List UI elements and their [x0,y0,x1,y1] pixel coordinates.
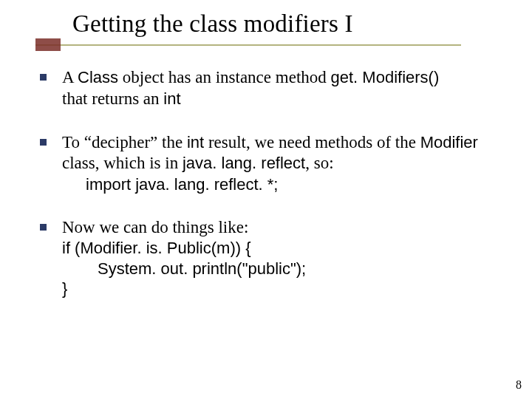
bullet-item-1: A Class object has an instance method ge… [35,67,497,110]
code-span: java. lang. reflect [183,154,305,172]
text: class, which is in [62,154,183,172]
bullet-item-3: Now we can do things like: if (Modifier.… [35,217,497,299]
page-number: 8 [516,378,522,392]
code-line: System. out. println("public"); [62,259,497,279]
text: , so: [305,154,333,172]
code-line: if (Modifier. is. Public(m)) { [62,238,497,259]
title-accent-box [35,38,61,51]
text: To “decipher” the [62,133,187,151]
slide: Getting the class modifiers I A Class ob… [0,0,532,399]
slide-title: Getting the class modifiers I [72,10,497,38]
code-block: if (Modifier. is. Public(m)) { System. o… [62,238,497,299]
text: object has an instance method [118,68,330,86]
code-span: get. Modifiers() [331,68,440,86]
code-line: } [62,279,497,299]
text: result, we need methods of the [204,133,420,151]
text: A [62,68,78,86]
square-bullet-icon [40,224,47,231]
code-span: Modifier [420,133,478,151]
text: Now we can do things like: [62,218,248,236]
square-bullet-icon [40,74,47,81]
code-line: import java. lang. reflect. *; [62,174,497,195]
slide-body: A Class object has an instance method ge… [35,67,497,299]
title-underline [35,44,461,46]
square-bullet-icon [40,139,47,146]
code-span: int [163,89,180,108]
code-span: Class [78,68,118,86]
text: that returns an [62,89,163,108]
bullet-item-2: To “decipher” the int result, we need me… [35,132,497,195]
code-span: int [187,133,204,151]
title-area: Getting the class modifiers I [35,10,497,38]
